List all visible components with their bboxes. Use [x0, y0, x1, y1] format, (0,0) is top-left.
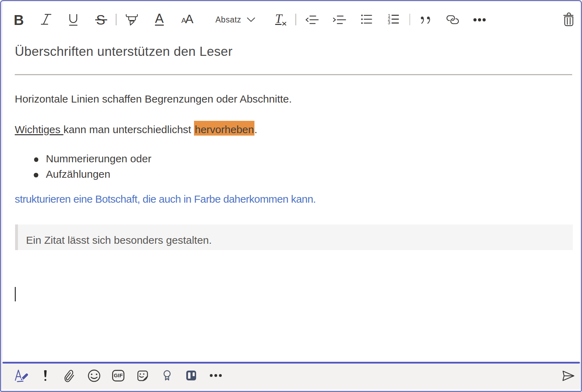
svg-text:GIF: GIF	[114, 372, 123, 378]
